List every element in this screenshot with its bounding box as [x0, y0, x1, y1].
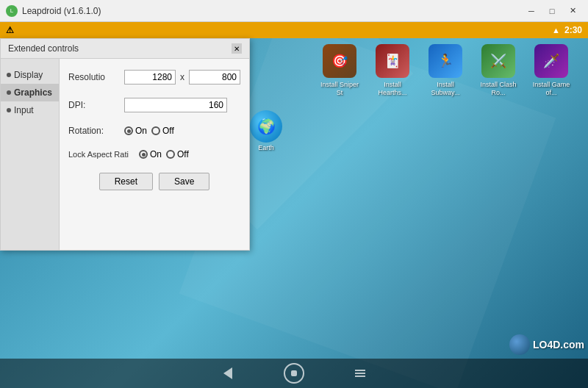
recents-line-2: [355, 373, 365, 374]
desktop-icons: 🎯 Install Sniper St 🃏 Install Hearths...…: [318, 44, 573, 97]
sidebar-item-input[interactable]: Input: [1, 101, 59, 119]
subway-icon: 🏃: [429, 44, 462, 78]
maximize-button[interactable]: □: [542, 4, 562, 18]
rotation-on-option[interactable]: On: [124, 126, 147, 136]
earth-label: Earth: [250, 144, 282, 151]
rotation-on-radio[interactable]: [124, 126, 133, 135]
sidebar-label-graphics: Graphics: [14, 87, 52, 98]
game-icon: 🗡️: [534, 44, 568, 78]
sidebar-label-display: Display: [14, 70, 43, 80]
android-statusbar: ▲ 2:30: [552, 22, 588, 38]
rotation-label: Rotation:: [68, 126, 120, 136]
sidebar-item-display[interactable]: Display: [1, 66, 59, 84]
reset-button[interactable]: Reset: [99, 173, 153, 190]
controls-title: Extended controls: [8, 43, 79, 54]
sidebar-dot-input: [7, 108, 11, 112]
dpi-label: DPI:: [68, 100, 120, 110]
android-taskbar: [0, 359, 588, 388]
desktop-icon-subway[interactable]: 🏃 Install Subway...: [423, 44, 467, 97]
close-button[interactable]: ✕: [563, 4, 582, 18]
resolution-width-input[interactable]: [124, 70, 176, 85]
lock-on-radio[interactable]: [139, 150, 148, 159]
desktop-icon-clash[interactable]: ⚔️ Install Clash Ro...: [476, 44, 520, 97]
clash-label: Install Clash Ro...: [476, 81, 520, 97]
wifi-icon: ▲: [552, 26, 560, 35]
resolution-label: Resolutio: [68, 72, 120, 82]
app-icon: L: [6, 5, 18, 17]
controls-header: Extended controls ✕: [1, 39, 249, 59]
window-controls: ─ □ ✕: [522, 4, 582, 18]
dpi-input[interactable]: [124, 98, 227, 112]
earth-icon-container: 🌍 Earth: [250, 110, 282, 151]
app-title: Leapdroid (v1.6.1.0): [22, 6, 522, 16]
lock-on-option[interactable]: On: [139, 149, 162, 159]
back-icon: [223, 367, 232, 379]
warning-bar: ⚠: [0, 22, 588, 38]
resolution-row: Resolutio x: [68, 70, 240, 85]
extended-controls-panel: Extended controls ✕ Display Graphics Inp…: [0, 38, 250, 251]
sniper-icon: 🎯: [323, 44, 356, 78]
lock-aspect-row: Lock Aspect Rati On Off: [68, 149, 240, 159]
back-button[interactable]: [217, 362, 239, 384]
lock-off-radio[interactable]: [166, 150, 175, 159]
game-label: Install Game of...: [529, 81, 573, 97]
recents-line-1: [355, 370, 365, 371]
sidebar-label-input: Input: [14, 105, 34, 115]
rotation-off-option[interactable]: Off: [151, 126, 174, 136]
time-display: 2:30: [564, 25, 582, 35]
rotation-radio-group: On Off: [124, 126, 174, 136]
android-screen: ⚠ ▲ 2:30 Extended controls ✕ Display Gra…: [0, 22, 588, 388]
resolution-separator: x: [180, 72, 184, 82]
action-buttons: Reset Save: [68, 173, 240, 190]
clash-icon: ⚔️: [481, 44, 515, 78]
controls-sidebar: Display Graphics Input: [1, 59, 60, 250]
recents-icon: [355, 370, 365, 377]
home-icon-inner: [291, 370, 297, 376]
controls-main: Resolutio x DPI: Rotation: O: [60, 59, 249, 250]
watermark-globe: [509, 334, 530, 355]
warning-icon: ⚠: [6, 25, 14, 35]
hearthstone-icon: 🃏: [376, 44, 409, 78]
sidebar-dot-graphics: [7, 90, 11, 95]
desktop-icon-game[interactable]: 🗡️ Install Game of...: [529, 44, 573, 97]
lock-aspect-radio-group: On Off: [139, 149, 189, 159]
rotation-off-label: Off: [162, 126, 174, 136]
desktop-icon-hearthstone[interactable]: 🃏 Install Hearths...: [370, 44, 415, 97]
sidebar-item-graphics[interactable]: Graphics: [1, 84, 59, 101]
home-button[interactable]: [283, 362, 305, 384]
recents-line-3: [355, 376, 365, 377]
rotation-on-label: On: [135, 126, 147, 136]
lock-aspect-label: Lock Aspect Rati: [68, 150, 135, 159]
recents-button[interactable]: [349, 362, 371, 384]
hearthstone-label: Install Hearths...: [370, 81, 415, 97]
lock-on-label: On: [150, 149, 162, 159]
watermark: LO4D.com: [509, 334, 584, 355]
controls-body: Display Graphics Input Resolutio x: [1, 59, 249, 250]
watermark-text: LO4D.com: [533, 339, 584, 351]
rotation-row: Rotation: On Off: [68, 126, 240, 136]
home-icon: [284, 363, 304, 384]
sniper-label: Install Sniper St: [318, 81, 362, 97]
desktop-icon-sniper[interactable]: 🎯 Install Sniper St: [318, 44, 362, 97]
resolution-height-input[interactable]: [189, 70, 240, 85]
sidebar-dot-display: [7, 73, 11, 77]
lock-off-label: Off: [177, 149, 189, 159]
rotation-off-radio[interactable]: [151, 126, 160, 135]
earth-browser-icon[interactable]: 🌍: [250, 110, 282, 143]
controls-close-button[interactable]: ✕: [232, 43, 242, 54]
dpi-row: DPI:: [68, 98, 240, 112]
save-button[interactable]: Save: [159, 173, 209, 190]
subway-label: Install Subway...: [423, 81, 467, 97]
lock-off-option[interactable]: Off: [166, 149, 189, 159]
title-bar: L Leapdroid (v1.6.1.0) ─ □ ✕: [0, 0, 588, 22]
minimize-button[interactable]: ─: [522, 4, 541, 18]
